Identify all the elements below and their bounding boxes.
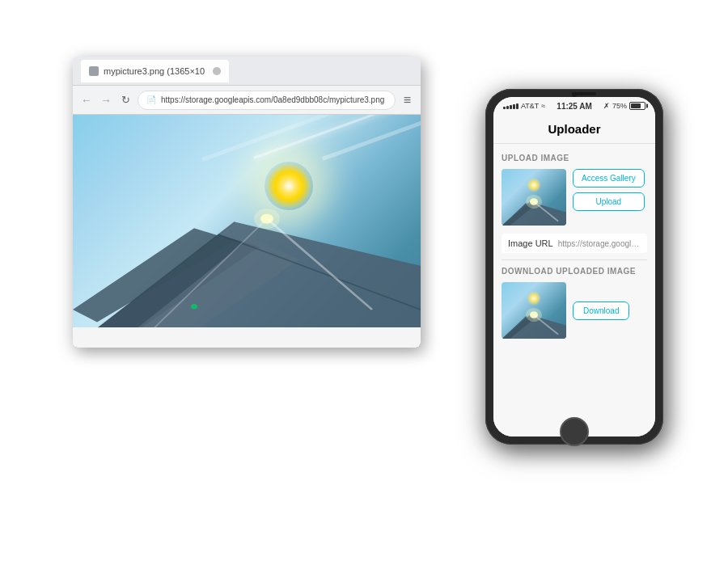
download-button[interactable]: Download	[573, 302, 629, 320]
scene: mypicture3.png (1365×10 ← → ↻ 📄 https://…	[49, 40, 679, 542]
section-divider	[502, 259, 647, 260]
bluetooth-icon: ✗	[603, 102, 610, 110]
phone-content: UPLOAD IMAGE	[493, 144, 655, 436]
phone: AT&T ≈ 11:25 AM ✗ 75% Uploader	[485, 89, 663, 445]
signal-dot-4	[513, 104, 515, 109]
battery-fill	[631, 103, 641, 108]
refresh-button[interactable]: ↻	[118, 93, 133, 108]
home-button[interactable]	[560, 417, 589, 446]
browser-content	[73, 115, 421, 348]
upload-section-label: UPLOAD IMAGE	[502, 154, 647, 162]
wifi-icon: ≈	[541, 102, 545, 110]
browser-window: mypicture3.png (1365×10 ← → ↻ 📄 https://…	[73, 57, 421, 348]
signal-dot-3	[510, 105, 512, 109]
access-gallery-button[interactable]: Access Gallery	[573, 169, 645, 188]
download-section: DOWNLOAD UPLOADED IMAGE	[502, 267, 647, 339]
upload-section: UPLOAD IMAGE	[502, 154, 647, 226]
image-url-value: https://storage.googleap	[558, 239, 641, 248]
battery-percent: 75%	[612, 102, 627, 110]
tab-close-icon[interactable]	[213, 67, 221, 75]
battery-icon	[629, 102, 645, 110]
phone-wrapper: AT&T ≈ 11:25 AM ✗ 75% Uploader	[485, 89, 663, 445]
image-url-row: Image URL https://storage.googleap	[502, 234, 647, 253]
svg-point-10	[191, 305, 197, 310]
thumb-tent	[502, 195, 566, 226]
address-url: https://storage.googleapis.com/0a8ed9dbb…	[161, 95, 384, 104]
download-section-label: DOWNLOAD UPLOADED IMAGE	[502, 267, 647, 276]
image-url-label: Image URL	[508, 238, 553, 248]
app-title: Uploader	[548, 122, 600, 136]
phone-screen: AT&T ≈ 11:25 AM ✗ 75% Uploader	[493, 97, 655, 436]
browser-toolbar: ← → ↻ 📄 https://storage.googleapis.com/0…	[73, 86, 421, 115]
browser-titlebar: mypicture3.png (1365×10	[73, 57, 421, 86]
upload-button[interactable]: Upload	[573, 192, 645, 211]
tent-shape	[73, 184, 421, 348]
upload-row: Access Gallery Upload	[502, 169, 647, 226]
status-left: AT&T ≈	[503, 102, 545, 110]
signal-dot-2	[506, 106, 509, 109]
signal-dot-5	[516, 103, 518, 109]
address-icon: 📄	[146, 95, 156, 104]
download-row: Download	[502, 282, 647, 339]
browser-tab[interactable]: mypicture3.png (1365×10	[81, 60, 229, 82]
signal-dot-1	[503, 107, 506, 109]
phone-nav-bar: Uploader	[493, 115, 655, 144]
phone-speaker	[572, 92, 596, 95]
back-button[interactable]: ←	[79, 93, 94, 108]
upload-thumbnail	[502, 169, 566, 226]
signal-dots	[503, 103, 518, 109]
address-bar[interactable]: 📄 https://storage.googleapis.com/0a8ed9d…	[138, 91, 396, 110]
browser-image	[73, 115, 421, 348]
forward-button[interactable]: →	[99, 93, 113, 108]
browser-menu-button[interactable]: ≡	[400, 91, 414, 109]
phone-status-bar: AT&T ≈ 11:25 AM ✗ 75%	[493, 97, 655, 115]
tab-title: mypicture3.png (1365×10	[104, 66, 205, 76]
carrier-label: AT&T	[521, 102, 539, 110]
status-right: ✗ 75%	[603, 102, 645, 110]
download-thumbnail	[502, 282, 566, 339]
upload-buttons: Access Gallery Upload	[573, 169, 645, 211]
page-icon	[89, 66, 99, 76]
status-time: 11:25 AM	[557, 102, 592, 111]
download-thumb-tent	[502, 308, 566, 340]
white-bar	[73, 327, 421, 348]
